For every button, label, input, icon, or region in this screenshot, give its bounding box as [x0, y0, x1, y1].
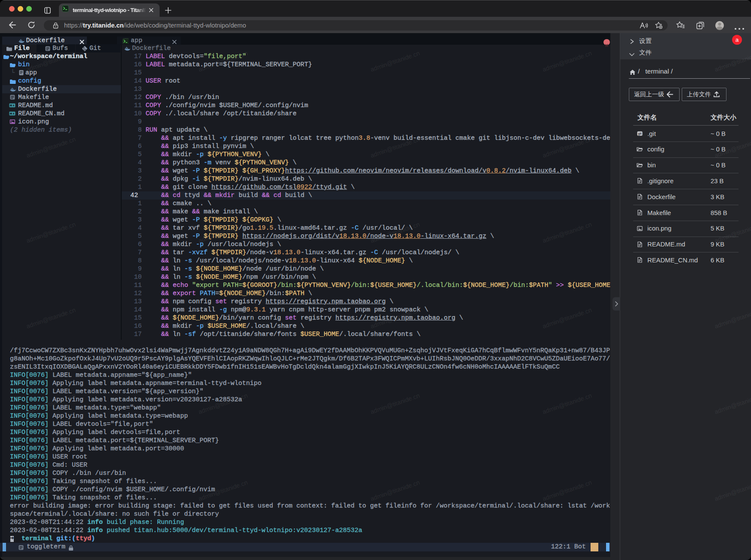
svg-text:git: git — [638, 132, 642, 135]
